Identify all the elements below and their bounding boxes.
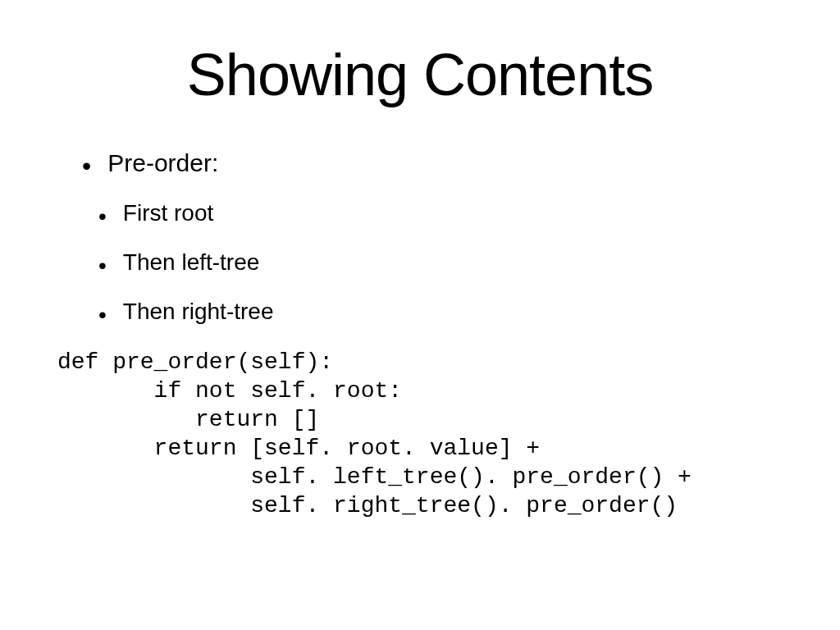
sub-bullet-text: Then left-tree xyxy=(123,249,260,276)
bullet-icon: • xyxy=(98,254,107,277)
slide-title: Showing Contents xyxy=(49,41,791,108)
bullet-icon: • xyxy=(98,205,107,228)
sub-bullet-text: First root xyxy=(123,200,213,226)
main-bullet-list: • Pre-order: xyxy=(82,149,791,177)
bullet-icon: • xyxy=(98,304,107,326)
sub-bullet-item: • First root xyxy=(98,200,791,226)
code-block: def pre_order(self): if not self. root: … xyxy=(57,348,791,520)
slide-container: Showing Contents • Pre-order: • First ro… xyxy=(0,0,840,630)
sub-bullet-text: Then right-tree xyxy=(123,299,274,325)
sub-bullet-list: • First root • Then left-tree • Then rig… xyxy=(98,200,791,325)
sub-bullet-item: • Then left-tree xyxy=(98,249,791,276)
main-bullet-text: Pre-order: xyxy=(107,149,218,177)
main-bullet-item: • Pre-order: xyxy=(82,149,791,177)
sub-bullet-item: • Then right-tree xyxy=(98,299,791,325)
bullet-icon: • xyxy=(82,153,91,179)
